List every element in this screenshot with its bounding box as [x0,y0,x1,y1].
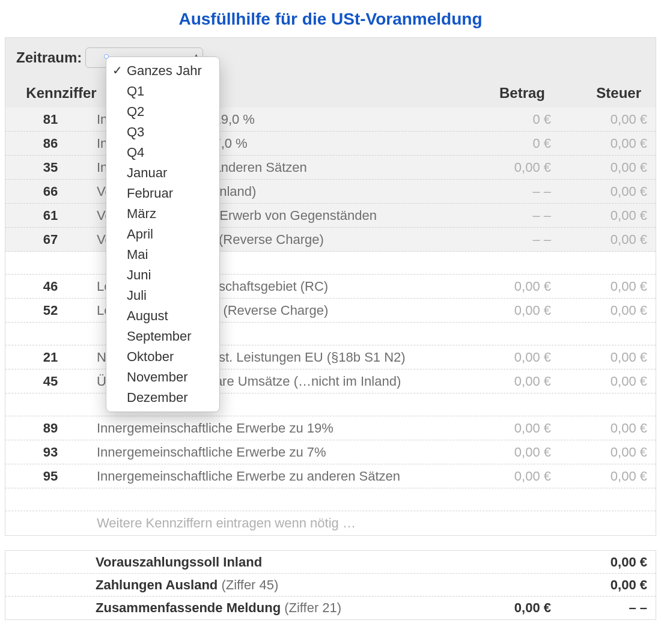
table-row: 93Innergemeinschaftliche Erwerbe zu 7%0,… [5,440,656,464]
cell-kennziffer: 86 [5,136,96,151]
period-option[interactable]: Mai [106,245,219,265]
col-steuer: Steuer [549,85,645,102]
cell-kennziffer: 95 [5,469,96,484]
panel-header: Zeitraum: ▴▾ Kennziffer Betrag Steuer [5,38,656,108]
cell-steuer: 0,00 € [559,136,656,151]
cell-steuer: 0,00 € [559,184,656,199]
cell-betrag: 0,00 € [463,469,559,484]
period-option[interactable]: Q2 [106,102,219,122]
cell-description: Innergemeinschaftliche Erwerbe zu 7% [96,445,463,460]
period-option[interactable]: Dezember [106,387,219,408]
table-row: 45Übrige nicht steuerbare Umsätze (…nich… [5,369,656,393]
cell-steuer: 0,00 € [559,469,656,484]
cell-kennziffer: 66 [5,184,96,199]
table-row: 61Vorsteuer innergem. Erwerb von Gegenst… [5,204,656,228]
period-option[interactable]: Q1 [106,81,219,102]
period-option[interactable]: Januar [106,163,219,183]
cell-steuer: 0,00 € [559,208,656,223]
table-row: 67Vorsteuer 13b UStG (Reverse Charge)– –… [5,228,656,252]
cell-kennziffer: 93 [5,445,96,460]
summary-value-1: 0,00 € [463,600,559,616]
table-row: 95Innergemeinschaftliche Erwerbe zu ande… [5,464,656,488]
ust-panel: Zeitraum: ▴▾ Kennziffer Betrag Steuer 81… [5,37,656,536]
spacer-row [5,488,656,511]
page-title: Ausfüllhilfe für die USt-Voranmeldung [5,10,656,29]
period-option[interactable]: Q3 [106,122,219,142]
spacer-row [5,393,656,416]
selection-handle-icon [104,54,109,59]
cell-betrag: – – [463,184,559,199]
cell-steuer: 0,00 € [559,421,656,436]
cell-betrag: 0,00 € [463,445,559,460]
summary-value-2: – – [559,600,656,616]
cell-kennziffer: 61 [5,208,96,223]
table-row: 89Innergemeinschaftliche Erwerbe zu 19%0… [5,416,656,440]
period-option[interactable]: Juli [106,285,219,306]
cell-steuer: 0,00 € [559,112,656,127]
cell-betrag: 0,00 € [463,421,559,436]
period-option[interactable]: August [106,306,219,326]
cell-kennziffer: 21 [5,350,96,365]
cell-betrag: 0,00 € [463,350,559,365]
summary-value-2: 0,00 € [559,554,656,570]
cell-kennziffer: 67 [5,232,96,248]
spacer-row [5,252,656,275]
cell-betrag: 0 € [463,136,559,151]
period-dropdown[interactable]: Ganzes JahrQ1Q2Q3Q4JanuarFebruarMärzApri… [106,56,220,412]
cell-description: Innergemeinschaftliche Erwerbe zu 19% [96,421,463,436]
cell-steuer: 0,00 € [559,303,656,318]
cell-betrag: 0,00 € [463,303,559,318]
cell-steuer: 0,00 € [559,374,656,389]
cell-kennziffer: 46 [5,279,96,294]
table-row: 35Inland: Umsätze zu anderen Sätzen0,00 … [5,156,656,180]
cell-steuer: 0,00 € [559,350,656,365]
period-option[interactable]: März [106,204,219,224]
summary-row: Zahlungen Ausland (Ziffer 45)0,00 € [5,574,656,597]
table-row: 66Vorsteuer (aus dem Inland)– –0,00 € [5,180,656,204]
table-row: 81Inland: Umsätze zu 19,0 %0 €0,00 € [5,108,656,132]
period-label: Zeitraum: [16,49,82,66]
cell-betrag: 0,00 € [463,374,559,389]
table-row: 46Leistungen / Gemeinschaftsgebiet (RC)0… [5,275,656,299]
summary-panel: Vorauszahlungssoll Inland0,00 €Zahlungen… [5,550,656,620]
cell-kennziffer: 89 [5,421,96,436]
cell-kennziffer: 35 [5,160,96,175]
period-option[interactable]: November [106,367,219,387]
cell-steuer: 0,00 € [559,232,656,248]
col-kennziffer: Kennziffer [16,85,106,102]
summary-row: Vorauszahlungssoll Inland0,00 € [5,551,656,574]
cell-kennziffer: 45 [5,374,96,389]
cell-kennziffer: 52 [5,303,96,318]
summary-value-2: 0,00 € [559,577,656,593]
period-option[interactable]: Ganzes Jahr [106,61,219,81]
cell-steuer: 0,00 € [559,279,656,294]
period-option[interactable]: Q4 [106,142,219,163]
summary-row: Zusammenfassende Meldung (Ziffer 21)0,00… [5,597,656,619]
col-betrag: Betrag [452,85,549,102]
period-option[interactable]: Juni [106,265,219,285]
cell-betrag: – – [463,208,559,223]
cell-betrag: – – [463,232,559,248]
cell-betrag: 0,00 € [463,279,559,294]
summary-label: Zusammenfassende Meldung (Ziffer 21) [96,600,463,616]
cell-betrag: 0,00 € [463,160,559,175]
period-option[interactable]: April [106,224,219,245]
cell-betrag: 0 € [463,112,559,127]
table-row: 86Inland: Umsätze zu 7,0 %0 €0,00 € [5,132,656,156]
table-row: 52Leistungen / Ausland (Reverse Charge)0… [5,299,656,323]
table-row: 21Nicht steuerbare sonst. Leistungen EU … [5,345,656,369]
period-option[interactable]: Februar [106,183,219,204]
cell-steuer: 0,00 € [559,160,656,175]
summary-label: Vorauszahlungssoll Inland [96,554,463,570]
period-option[interactable]: Oktober [106,347,219,367]
cell-description: Innergemeinschaftliche Erwerbe zu andere… [96,469,463,484]
footer-note: Weitere Kennziffern eintragen wenn nötig… [96,515,463,531]
spacer-row [5,323,656,345]
period-option[interactable]: September [106,326,219,347]
cell-steuer: 0,00 € [559,445,656,460]
summary-label: Zahlungen Ausland (Ziffer 45) [96,577,463,593]
footer-note-row: Weitere Kennziffern eintragen wenn nötig… [5,511,656,535]
cell-kennziffer: 81 [5,112,96,127]
